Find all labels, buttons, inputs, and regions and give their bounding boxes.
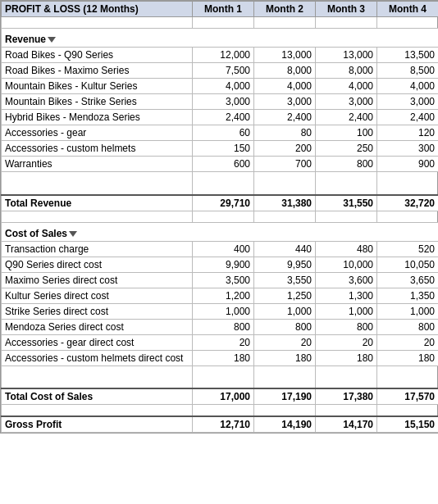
- row-value-m2: 13,000: [254, 48, 316, 63]
- row-value-m1: 3,000: [193, 94, 254, 110]
- row-value-m4: 800: [377, 319, 439, 334]
- row-value-m3: 2,400: [316, 110, 377, 125]
- row-label: Q90 Series direct cost: [2, 257, 193, 272]
- total-value-m1: 17,000: [193, 388, 254, 405]
- table-row: Mendoza Series direct cost800800800800: [2, 319, 439, 334]
- row-value-m1: 9,900: [193, 257, 254, 272]
- row-value-m1: 20: [193, 334, 254, 350]
- total-label: Total Cost of Sales: [2, 388, 193, 405]
- row-value-m1: 3,500: [193, 272, 254, 288]
- row-value-m2: 440: [254, 241, 316, 257]
- row-value-m3: 480: [316, 241, 377, 257]
- row-value-m1: 600: [193, 157, 254, 172]
- total-row: Total Cost of Sales17,00017,19017,38017,…: [2, 388, 439, 405]
- row-value-m2: 8,000: [254, 63, 316, 79]
- row-value-m1: 60: [193, 125, 254, 141]
- section-header-revenue: Revenue: [2, 29, 439, 48]
- month3-header: Month 3: [316, 2, 377, 17]
- table-row: Kultur Series direct cost1,2001,2501,300…: [2, 288, 439, 303]
- total-row: Gross Profit12,71014,19014,17015,150: [2, 416, 439, 433]
- row-label: Maximo Series direct cost: [2, 272, 193, 288]
- row-value-m3: 3,000: [316, 94, 377, 110]
- row-label: Mountain Bikes - Kultur Series: [2, 79, 193, 94]
- row-value-m4: 4,000: [377, 79, 439, 94]
- row-value-m3: 13,000: [316, 48, 377, 63]
- table-row: Warranties600700800900: [2, 157, 439, 172]
- total-value-m3: 17,380: [316, 388, 377, 405]
- row-value-m4: 180: [377, 350, 439, 366]
- row-value-m2: 9,950: [254, 257, 316, 272]
- row-label: Mountain Bikes - Strike Series: [2, 94, 193, 110]
- row-value-m4: 20: [377, 334, 439, 350]
- row-label: Mendoza Series direct cost: [2, 319, 193, 334]
- table-row: Mountain Bikes - Strike Series3,0003,000…: [2, 94, 439, 110]
- row-value-m3: 3,600: [316, 272, 377, 288]
- total-value-m2: 17,190: [254, 388, 316, 405]
- row-label: Accessories - gear: [2, 125, 193, 141]
- row-value-m1: 4,000: [193, 79, 254, 94]
- row-value-m1: 800: [193, 319, 254, 334]
- row-value-m1: 1,200: [193, 288, 254, 303]
- row-value-m3: 800: [316, 157, 377, 172]
- row-value-m4: 3,000: [377, 94, 439, 110]
- row-label: Strike Series direct cost: [2, 303, 193, 319]
- row-label: Warranties: [2, 157, 193, 172]
- row-value-m3: 100: [316, 125, 377, 141]
- row-value-m1: 150: [193, 141, 254, 157]
- row-value-m2: 700: [254, 157, 316, 172]
- row-value-m3: 250: [316, 141, 377, 157]
- total-label: Gross Profit: [2, 416, 193, 433]
- row-label: Road Bikes - Q90 Series: [2, 48, 193, 63]
- row-label: Road Bikes - Maximo Series: [2, 63, 193, 79]
- total-value-m3: 31,550: [316, 195, 377, 211]
- month2-header: Month 2: [254, 2, 316, 17]
- row-value-m3: 800: [316, 319, 377, 334]
- total-value-m2: 31,380: [254, 195, 316, 211]
- profit-loss-table: PROFIT & LOSS (12 Months) Month 1 Month …: [0, 0, 438, 434]
- row-value-m3: 1,300: [316, 288, 377, 303]
- table-row: Transaction charge400440480520: [2, 241, 439, 257]
- row-label: Accessories - custom helmets: [2, 141, 193, 157]
- row-value-m2: 2,400: [254, 110, 316, 125]
- row-value-m1: 7,500: [193, 63, 254, 79]
- table-row: Accessories - custom helmets direct cost…: [2, 350, 439, 366]
- month1-header: Month 1: [193, 2, 254, 17]
- total-value-m2: 14,190: [254, 416, 316, 433]
- row-value-m3: 20: [316, 334, 377, 350]
- row-value-m3: 10,000: [316, 257, 377, 272]
- table-row: Road Bikes - Q90 Series12,00013,00013,00…: [2, 48, 439, 63]
- row-value-m2: 20: [254, 334, 316, 350]
- row-value-m3: 180: [316, 350, 377, 366]
- row-value-m1: 1,000: [193, 303, 254, 319]
- table-row: Strike Series direct cost1,0001,0001,000…: [2, 303, 439, 319]
- row-value-m3: 4,000: [316, 79, 377, 94]
- total-row: Total Revenue29,71031,38031,55032,720: [2, 195, 439, 211]
- row-value-m3: 8,000: [316, 63, 377, 79]
- row-label: Hybrid Bikes - Mendoza Series: [2, 110, 193, 125]
- total-label: Total Revenue: [2, 195, 193, 211]
- table-row: Maximo Series direct cost3,5003,5503,600…: [2, 272, 439, 288]
- row-value-m4: 120: [377, 125, 439, 141]
- table-row: Accessories - gear6080100120: [2, 125, 439, 141]
- row-label: Transaction charge: [2, 241, 193, 257]
- row-value-m1: 2,400: [193, 110, 254, 125]
- row-value-m2: 180: [254, 350, 316, 366]
- total-value-m1: 29,710: [193, 195, 254, 211]
- row-label: Kultur Series direct cost: [2, 288, 193, 303]
- total-value-m1: 12,710: [193, 416, 254, 433]
- row-value-m1: 12,000: [193, 48, 254, 63]
- row-value-m4: 300: [377, 141, 439, 157]
- row-value-m4: 900: [377, 157, 439, 172]
- row-value-m1: 400: [193, 241, 254, 257]
- row-value-m4: 1,000: [377, 303, 439, 319]
- table-row: Mountain Bikes - Kultur Series4,0004,000…: [2, 79, 439, 94]
- total-value-m4: 32,720: [377, 195, 439, 211]
- month4-header: Month 4: [377, 2, 439, 17]
- table-row: Q90 Series direct cost9,9009,95010,00010…: [2, 257, 439, 272]
- row-value-m2: 3,550: [254, 272, 316, 288]
- total-value-m4: 17,570: [377, 388, 439, 405]
- row-value-m4: 3,650: [377, 272, 439, 288]
- row-value-m4: 10,050: [377, 257, 439, 272]
- table-header-title: PROFIT & LOSS (12 Months): [2, 2, 193, 17]
- table-row: Accessories - gear direct cost20202020: [2, 334, 439, 350]
